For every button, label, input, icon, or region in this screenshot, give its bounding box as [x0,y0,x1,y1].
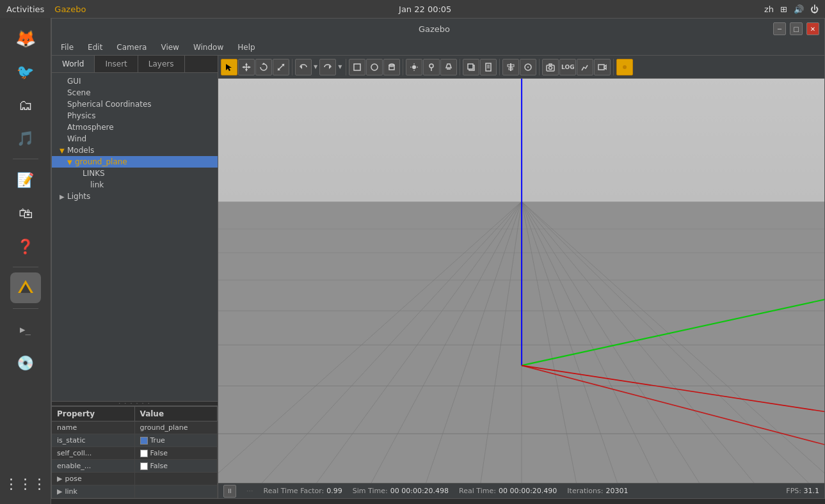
maximize-button[interactable]: □ [790,22,803,35]
tool-translate[interactable] [238,59,255,75]
activities-label[interactable]: Activities [6,4,44,14]
tree-gui[interactable]: GUI [52,75,218,87]
sim-time-value: 00 00:00:20.498 [390,487,449,495]
menu-help[interactable]: Help [231,42,261,53]
tree-lights[interactable]: ▶ Lights [52,191,218,202]
menu-view[interactable]: View [154,42,185,53]
tool-light-spot[interactable] [440,59,457,75]
dock-gazebo[interactable] [10,272,41,303]
tree-link[interactable]: link [52,179,218,191]
minimize-button[interactable]: ─ [773,22,786,35]
menu-file[interactable]: File [54,42,80,53]
prop-col-value: Value [135,407,218,421]
dock-rhythmbox[interactable]: 🎵 [10,123,41,154]
tool-stats[interactable] [577,59,593,75]
tool-snap[interactable] [520,59,536,75]
tool-active-indicator[interactable] [616,59,633,75]
dock-apps[interactable]: ⋮⋮⋮ [10,468,41,499]
dock-files[interactable]: 🗂 [10,90,41,120]
tool-sphere[interactable] [366,59,383,75]
tool-align[interactable] [502,59,519,75]
prop-row-link[interactable]: ▶ link [52,485,218,498]
prop-is-static-label: is_static [52,434,135,446]
tool-undo[interactable] [295,59,312,75]
toolbar-group-tools [221,59,292,75]
dock-discs[interactable]: 💿 [10,347,41,378]
tool-select[interactable] [221,59,237,75]
tool-scale[interactable] [273,59,289,75]
menu-edit[interactable]: Edit [81,42,109,53]
prop-row-name[interactable]: name ground_plane [52,421,218,434]
redo-dropdown[interactable]: ▼ [337,63,343,71]
main-content: World Insert Layers GUI Scene Spherical … [52,56,824,498]
prop-row-self-coll[interactable]: self_coll... False [52,447,218,460]
title-bar-title: Gazebo [95,24,773,34]
fps-display: FPS: 31.1 [786,487,819,495]
tab-world[interactable]: World [52,56,95,72]
prop-col-property: Property [52,407,135,421]
toolbar-group-active [616,59,636,75]
tool-paste[interactable] [480,59,497,75]
status-real-time: Real Time: 00 00:00:20.490 [459,487,557,495]
tree-links[interactable]: LINKS [52,168,218,179]
dock-help[interactable]: ❓ [10,231,41,262]
tool-video[interactable] [594,59,611,75]
tool-camera[interactable] [542,59,559,75]
iterations-value: 20301 [605,487,628,495]
tree-physics[interactable]: Physics [52,110,218,122]
tab-layers[interactable]: Layers [138,56,185,72]
svg-rect-14 [354,64,360,70]
tab-insert[interactable]: Insert [95,56,138,72]
panel-tabs: World Insert Layers [52,56,218,73]
prop-row-pose[interactable]: ▶ pose [52,473,218,485]
tree-atmosphere[interactable]: Atmosphere [52,122,218,133]
tree-wind[interactable]: Wind [52,133,218,145]
dock-writer[interactable]: 📝 [10,164,41,195]
tool-box[interactable] [349,59,365,75]
right-panel: ▼ ▼ [218,56,824,498]
system-bar: Activities Gazebo Jan 22 00:05 zh ⊞ 🔊 ⏻ [0,0,825,18]
prop-row-enable[interactable]: enable_... False [52,460,218,473]
svg-point-39 [549,66,552,69]
is-static-checkbox[interactable] [140,437,148,445]
pause-button[interactable]: ⏸ [223,485,236,498]
prop-pose-label: ▶ pose [52,473,135,485]
tree-spherical-coords[interactable]: Spherical Coordinates [52,98,218,110]
app-name-label: Gazebo [54,4,86,14]
tool-redo[interactable] [319,59,336,75]
status-rtf: Real Time Factor: 0.99 [264,487,342,495]
dock-thunderbird[interactable]: 🐦 [10,56,41,87]
tree-models[interactable]: ▼ Models [52,145,218,156]
tree-ground-plane[interactable]: ▼ ground_plane [52,156,218,168]
prop-self-coll-value: False [135,447,218,459]
menu-bar: File Edit Camera View Window Help [52,39,824,56]
tool-log[interactable]: LOG [559,59,576,75]
menu-camera[interactable]: Camera [110,42,153,53]
prop-name-value: ground_plane [135,421,218,434]
svg-rect-28 [468,64,473,69]
dock-terminal[interactable]: ▶_ [10,314,41,345]
tool-rotate[interactable] [255,59,272,75]
volume-icon: 🔊 [794,4,804,14]
viewport-svg [218,79,824,483]
tool-light-dir[interactable] [423,59,440,75]
dock-appstore[interactable]: 🛍 [10,198,41,228]
dock-firefox[interactable]: 🦊 [10,23,41,54]
system-bar-center: Jan 22 00:05 [399,4,451,14]
enable-checkbox[interactable] [140,462,148,470]
self-coll-checkbox[interactable] [140,450,148,457]
pose-arrow: ▶ [57,475,62,483]
panel-separator[interactable]: · · · · · · [52,401,218,406]
svg-marker-5 [245,69,248,72]
undo-dropdown[interactable]: ▼ [312,63,319,71]
prop-row-is-static[interactable]: is_static True [52,434,218,447]
tool-cylinder[interactable] [383,59,400,75]
prop-link-value [135,485,218,498]
menu-window[interactable]: Window [187,42,230,53]
tree-scene[interactable]: Scene [52,87,218,98]
toolbar-group-snap [502,59,540,75]
tool-light-point[interactable] [406,59,422,75]
close-button[interactable]: ✕ [806,22,819,35]
tool-copy[interactable] [463,59,479,75]
prop-self-coll-label: self_coll... [52,447,135,459]
